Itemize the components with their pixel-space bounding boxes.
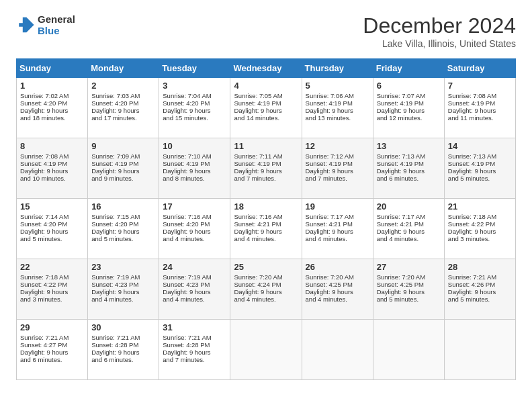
calendar-cell: 17Sunrise: 7:16 AMSunset: 4:20 PMDayligh… <box>159 199 230 259</box>
day-info: Sunset: 4:25 PM <box>377 281 441 288</box>
logo-text: General Blue <box>38 13 75 37</box>
day-info: Sunrise: 7:16 AM <box>163 213 226 220</box>
calendar-cell: 10Sunrise: 7:10 AMSunset: 4:19 PMDayligh… <box>159 138 230 199</box>
day-number: 31 <box>163 322 226 332</box>
day-info: Daylight: 9 hours <box>163 349 226 356</box>
day-info: Daylight: 9 hours <box>91 349 155 356</box>
calendar-cell: 13Sunrise: 7:13 AMSunset: 4:19 PMDayligh… <box>373 138 444 199</box>
calendar-cell: 18Sunrise: 7:16 AMSunset: 4:21 PMDayligh… <box>230 199 302 259</box>
day-info: Daylight: 9 hours <box>163 167 226 175</box>
day-info: Sunset: 4:22 PM <box>448 220 512 228</box>
day-info: Daylight: 9 hours <box>306 228 369 235</box>
month-title: December 2024 <box>363 13 516 38</box>
day-info: Sunrise: 7:18 AM <box>20 273 84 281</box>
day-info: and 15 minutes. <box>163 114 226 122</box>
day-info: and 18 minutes. <box>20 114 84 122</box>
day-info: Sunset: 4:20 PM <box>20 99 84 107</box>
day-info: Daylight: 9 hours <box>234 107 298 114</box>
day-number: 5 <box>306 81 369 91</box>
day-info: Sunrise: 7:06 AM <box>306 92 369 99</box>
day-info: Daylight: 9 hours <box>234 167 298 175</box>
day-info: Daylight: 9 hours <box>20 107 84 114</box>
calendar-cell: 16Sunrise: 7:15 AMSunset: 4:20 PMDayligh… <box>88 199 159 259</box>
day-number: 10 <box>163 141 226 151</box>
day-info: Sunset: 4:19 PM <box>448 99 512 107</box>
day-info: Daylight: 9 hours <box>91 288 155 295</box>
calendar-cell: 22Sunrise: 7:18 AMSunset: 4:22 PMDayligh… <box>17 259 88 320</box>
day-info: Daylight: 9 hours <box>377 288 441 295</box>
title-area: December 2024 Lake Villa, Illinois, Unit… <box>363 13 516 49</box>
header-monday: Monday <box>88 59 159 78</box>
calendar-cell: 21Sunrise: 7:18 AMSunset: 4:22 PMDayligh… <box>444 199 515 259</box>
calendar-cell: 26Sunrise: 7:20 AMSunset: 4:25 PMDayligh… <box>302 259 373 320</box>
day-info: Sunset: 4:27 PM <box>20 341 84 349</box>
day-info: Daylight: 9 hours <box>306 288 369 295</box>
day-info: and 8 minutes. <box>163 175 226 182</box>
calendar-cell: 15Sunrise: 7:14 AMSunset: 4:20 PMDayligh… <box>17 199 88 259</box>
day-info: Sunset: 4:23 PM <box>163 281 226 288</box>
day-info: Daylight: 9 hours <box>91 107 155 114</box>
day-number: 6 <box>377 81 441 91</box>
day-info: Daylight: 9 hours <box>20 349 84 356</box>
day-info: Daylight: 9 hours <box>20 167 84 175</box>
day-info: and 6 minutes. <box>91 356 155 363</box>
day-number: 16 <box>91 201 155 212</box>
day-info: Daylight: 9 hours <box>448 107 512 114</box>
day-number: 11 <box>234 141 298 151</box>
day-info: Daylight: 9 hours <box>306 167 369 175</box>
day-info: and 14 minutes. <box>234 114 298 122</box>
day-number: 27 <box>377 262 441 272</box>
day-info: Sunrise: 7:13 AM <box>377 152 441 160</box>
day-info: and 3 minutes. <box>20 295 84 303</box>
calendar-cell: 19Sunrise: 7:17 AMSunset: 4:21 PMDayligh… <box>302 199 373 259</box>
day-info: and 5 minutes. <box>91 235 155 242</box>
header-thursday: Thursday <box>302 59 373 78</box>
day-number: 15 <box>20 201 84 212</box>
day-info: Sunset: 4:20 PM <box>163 220 226 228</box>
day-number: 24 <box>163 262 226 272</box>
day-info: Sunset: 4:19 PM <box>377 160 441 167</box>
day-info: Sunset: 4:20 PM <box>20 220 84 228</box>
day-info: Daylight: 9 hours <box>306 107 369 114</box>
day-info: Sunrise: 7:17 AM <box>306 213 369 220</box>
day-info: Sunrise: 7:02 AM <box>20 92 84 99</box>
day-info: Sunrise: 7:15 AM <box>91 213 155 220</box>
calendar-cell: 12Sunrise: 7:12 AMSunset: 4:19 PMDayligh… <box>302 138 373 199</box>
calendar-week-row: 8Sunrise: 7:08 AMSunset: 4:19 PMDaylight… <box>17 138 516 199</box>
day-info: Sunrise: 7:21 AM <box>448 273 512 281</box>
day-info: Sunset: 4:20 PM <box>163 99 226 107</box>
day-info: Sunset: 4:25 PM <box>306 281 369 288</box>
day-info: Sunrise: 7:03 AM <box>91 92 155 99</box>
calendar-cell: 30Sunrise: 7:21 AMSunset: 4:28 PMDayligh… <box>88 320 159 380</box>
day-info: Daylight: 9 hours <box>377 107 441 114</box>
day-number: 19 <box>306 201 369 212</box>
day-number: 21 <box>448 201 512 212</box>
day-info: Daylight: 9 hours <box>234 228 298 235</box>
calendar-cell: 20Sunrise: 7:17 AMSunset: 4:21 PMDayligh… <box>373 199 444 259</box>
day-info: Sunrise: 7:20 AM <box>377 273 441 281</box>
calendar-cell: 11Sunrise: 7:11 AMSunset: 4:19 PMDayligh… <box>230 138 302 199</box>
day-info: Daylight: 9 hours <box>20 228 84 235</box>
calendar-cell: 31Sunrise: 7:21 AMSunset: 4:28 PMDayligh… <box>159 320 230 380</box>
day-number: 17 <box>163 201 226 212</box>
calendar-cell: 5Sunrise: 7:06 AMSunset: 4:19 PMDaylight… <box>302 78 373 138</box>
day-info: and 7 minutes. <box>306 175 369 182</box>
day-info: Sunset: 4:19 PM <box>91 160 155 167</box>
calendar-cell <box>444 320 515 380</box>
day-number: 4 <box>234 81 298 91</box>
day-info: and 4 minutes. <box>377 235 441 242</box>
calendar-cell: 4Sunrise: 7:05 AMSunset: 4:19 PMDaylight… <box>230 78 302 138</box>
day-number: 26 <box>306 262 369 272</box>
day-info: Sunrise: 7:05 AM <box>234 92 298 99</box>
day-info: and 5 minutes. <box>448 295 512 303</box>
calendar-cell: 8Sunrise: 7:08 AMSunset: 4:19 PMDaylight… <box>17 138 88 199</box>
day-number: 8 <box>20 141 84 151</box>
day-info: Sunset: 4:20 PM <box>91 99 155 107</box>
day-info: Sunrise: 7:12 AM <box>306 152 369 160</box>
day-info: Sunrise: 7:10 AM <box>163 152 226 160</box>
location: Lake Villa, Illinois, United States <box>363 38 516 49</box>
day-number: 18 <box>234 201 298 212</box>
day-info: Daylight: 9 hours <box>377 167 441 175</box>
day-info: Sunset: 4:19 PM <box>306 160 369 167</box>
page-header: General Blue December 2024 Lake Villa, I… <box>16 13 516 49</box>
